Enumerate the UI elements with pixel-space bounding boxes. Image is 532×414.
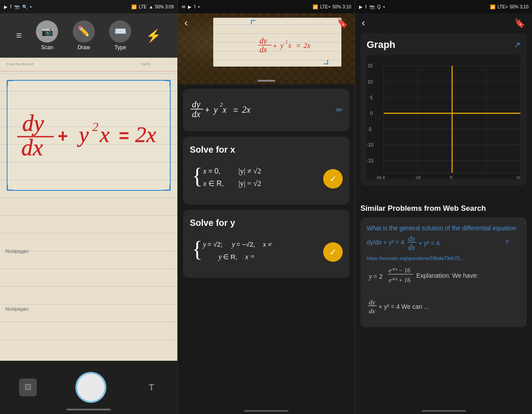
svg-text:2x: 2x — [242, 105, 250, 114]
name-label-1: Noslpagan — [5, 248, 29, 254]
line16 — [0, 339, 177, 340]
yt-icon2: ▶ — [188, 4, 192, 9]
svg-text:x =: x = — [245, 253, 255, 260]
svg-text:dx: dx — [192, 109, 200, 119]
status-icons-right: 📶 LTE ▲ 50% 3:09 — [131, 4, 174, 9]
solve-x-section: Solve for x { x = 0, |y| ≠ √2 x ∈ R, — [183, 137, 349, 205]
similar-title: Similar Problems from Web Search — [360, 204, 527, 213]
svg-text:15: 15 — [368, 63, 373, 68]
svg-text:10: 10 — [368, 79, 373, 84]
camera2-icon: 📷 — [14, 4, 20, 9]
svg-text:=: = — [297, 42, 301, 49]
line8 — [0, 197, 177, 198]
svg-text:2: 2 — [92, 120, 98, 134]
draw-icon-circle: ✏️ — [73, 20, 95, 43]
expand-icon[interactable]: ↗ — [514, 40, 520, 50]
line12 — [0, 268, 177, 269]
back-button-3[interactable]: ‹ — [362, 17, 365, 29]
graph-card: Graph ↗ — [360, 33, 527, 185]
svg-text:dx: dx — [369, 308, 376, 315]
svg-text:x: x — [203, 179, 207, 188]
line14 — [0, 304, 177, 304]
search3-icon: Q — [377, 4, 381, 9]
solve-y-section: Solve for y { y = √2; y = −√2, x ≠ y — [183, 210, 349, 278]
lte3-icon: LTE+ — [497, 4, 508, 9]
shutter-button[interactable] — [75, 372, 106, 403]
battery-2: 50% 3:10 — [332, 4, 351, 9]
line9 — [0, 215, 177, 216]
msg-icon: ✉ — [182, 4, 185, 9]
edit-icon[interactable]: ✏ — [336, 105, 343, 115]
similar-answer: y = 2 e⁴ˣ − 16 e⁴ˣ + 16 Explanation: We … — [367, 264, 520, 321]
home-bar-1 — [66, 409, 111, 410]
back-button-2[interactable]: ‹ — [184, 17, 188, 29]
svg-text:-5: -5 — [368, 126, 372, 132]
svg-text:-10: -10 — [367, 142, 373, 148]
search-icon: 🔍 — [22, 4, 27, 9]
content-area-2: dy dx + y 2 x = 2x ✏ Solve for x — [178, 84, 355, 405]
fb-icon3: f — [365, 4, 367, 9]
gallery-thumbnail[interactable]: 🖼 — [19, 379, 37, 396]
dot3-icon: • — [383, 4, 385, 9]
svg-text:+: + — [205, 106, 210, 114]
dot-icon: • — [30, 4, 32, 9]
status-left-2: ✉ ▶ f • — [181, 4, 200, 9]
svg-text:= 2: = 2 — [373, 272, 383, 280]
svg-text:dy: dy — [22, 110, 44, 136]
similar-section: Similar Problems from Web Search What is… — [360, 204, 527, 405]
bookmark-button-3[interactable]: 🔖 — [514, 18, 525, 28]
lte2-icon: LTE+ — [320, 4, 330, 9]
bookmark-button-2[interactable]: 🔖 — [337, 18, 348, 28]
graph-title: Graph — [367, 39, 395, 51]
line1 — [0, 73, 177, 74]
similar-link[interactable]: https://socratic.org/questions/59bda73eb… — [367, 256, 520, 261]
status-right-2: 📶 LTE+ 50% 3:10 — [312, 4, 351, 9]
drag-handle[interactable] — [258, 80, 275, 82]
svg-text:{: { — [192, 237, 203, 261]
type-icon-circle: ⌨️ — [109, 20, 131, 43]
name-label-2: Noslpagan — [5, 306, 29, 311]
svg-text:dy: dy — [259, 36, 267, 45]
dot2-icon: • — [198, 4, 200, 9]
notebook-paper: From the desk of DATE dy dx + — [0, 58, 177, 361]
graph-svg: 15 10 5 0 -5 -10 -15 -16.4 -10 0 10 — [367, 55, 520, 179]
svg-text:{: { — [192, 163, 203, 188]
type-button[interactable]: ⌨️ Type — [109, 20, 131, 51]
fb-icon2: f — [194, 4, 196, 9]
handwritten-equation: dy dx + y 2 x = — [9, 89, 168, 177]
hamburger-icon[interactable]: ≡ — [16, 30, 22, 41]
svg-text:+ y² = 4  We can ...: + y² = 4 We can ... — [379, 303, 429, 310]
solve-y-math: { y = √2; y = −√2, x ≠ y ∈ R, x = — [190, 234, 296, 270]
phone2-icon: 📶 — [313, 4, 318, 9]
graph-panel: ▶ f 📷 Q • 📶 LTE+ 50% 3:10 ‹ 🔖 Graph ↗ — [355, 0, 532, 414]
home-bar-2 — [244, 410, 289, 412]
camera-panel: ▶ f 📷 🔍 • 📶 LTE ▲ 50% 3:09 ≡ 📷 Scan ✏️ D… — [0, 0, 177, 414]
question-math-svg: dy dx + y² = 4 — [406, 233, 504, 253]
equation-svg: dy dx + y 2 x = — [13, 98, 164, 169]
solve-y-check[interactable]: ✓ — [323, 242, 343, 262]
svg-text:0: 0 — [370, 110, 373, 116]
solve-x-check[interactable]: ✓ — [323, 169, 343, 189]
paper-header-line — [0, 71, 177, 71]
scan-label: Scan — [41, 44, 53, 51]
draw-button[interactable]: ✏️ Draw — [73, 20, 95, 51]
line15 — [0, 322, 177, 322]
answer-svg: y = 2 e⁴ˣ − 16 e⁴ˣ + 16 Explanation: We … — [367, 264, 517, 293]
line10 — [0, 233, 177, 233]
svg-text:Explanation: We have:: Explanation: We have: — [416, 272, 478, 279]
svg-text:y: y — [202, 241, 207, 248]
main-eq-svg: dy dx + y 2 x = 2x — [190, 98, 314, 120]
svg-text:-10: -10 — [415, 175, 421, 179]
flash-icon[interactable]: ⚡ — [146, 28, 161, 43]
yt-icon3: ▶ — [359, 4, 363, 9]
home-bar-3 — [422, 410, 466, 412]
svg-text:|y| ≠ √2: |y| ≠ √2 — [239, 167, 261, 175]
corner-bl — [7, 185, 13, 191]
camera-toolbar: ≡ 📷 Scan ✏️ Draw ⌨️ Type ⚡ — [0, 13, 177, 58]
scan-button[interactable]: 📷 Scan — [36, 20, 58, 51]
timer-icon[interactable]: T — [145, 381, 158, 394]
photo-equation-small: dy dx + y 2 x = 2x — [258, 29, 324, 60]
svg-text:=: = — [119, 126, 129, 146]
svg-text:= 0,: = 0, — [208, 167, 220, 175]
graph-area: 15 10 5 0 -5 -10 -15 -16.4 -10 0 10 — [367, 55, 520, 179]
